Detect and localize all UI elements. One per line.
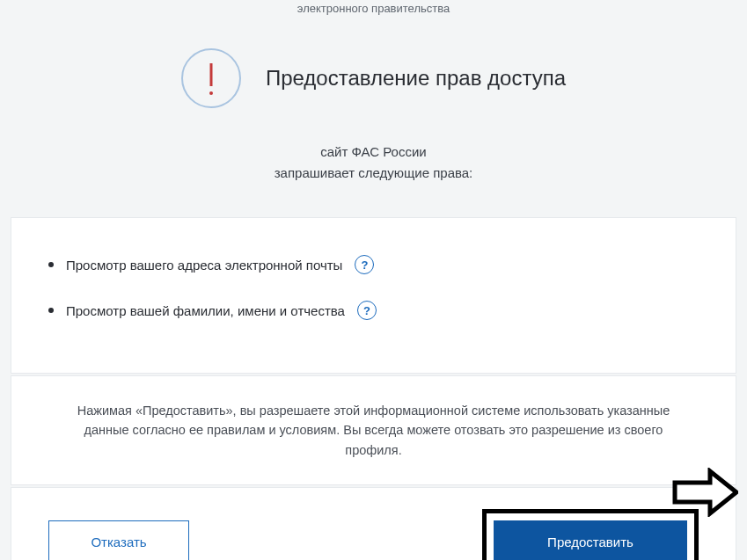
permission-label: Просмотр вашего адреса электронной почты [66, 258, 342, 273]
permissions-card: Просмотр вашего адреса электронной почты… [11, 217, 736, 374]
arrow-icon [668, 468, 738, 520]
list-item: Просмотр вашего адреса электронной почты… [48, 255, 699, 274]
help-icon[interactable]: ? [355, 255, 374, 274]
svg-point-1 [209, 91, 213, 95]
header-subtitle: электронного правительства [0, 0, 747, 15]
request-text: запрашивает следующие права: [0, 163, 747, 184]
help-icon[interactable]: ? [357, 301, 377, 320]
request-subtitle: сайт ФАС России запрашивает следующие пр… [0, 142, 747, 184]
permissions-list: Просмотр вашего адреса электронной почты… [48, 255, 699, 320]
deny-button[interactable]: Отказать [48, 520, 189, 560]
actions-row: Отказать Предоставить [11, 487, 736, 560]
exclamation-icon [181, 48, 241, 108]
permission-label: Просмотр вашей фамилии, имени и отчества [66, 303, 345, 318]
list-item: Просмотр вашей фамилии, имени и отчества… [48, 301, 699, 320]
disclaimer-text: Нажимая «Предоставить», вы разрешаете эт… [11, 375, 736, 485]
bullet-icon [48, 308, 54, 313]
header-row: Предоставление прав доступа [0, 48, 747, 108]
grant-button[interactable]: Предоставить [494, 520, 687, 560]
bullet-icon [48, 262, 54, 267]
grant-highlight: Предоставить [482, 509, 699, 560]
requester-name: сайт ФАС России [0, 142, 747, 163]
page-title: Предоставление прав доступа [266, 66, 566, 91]
